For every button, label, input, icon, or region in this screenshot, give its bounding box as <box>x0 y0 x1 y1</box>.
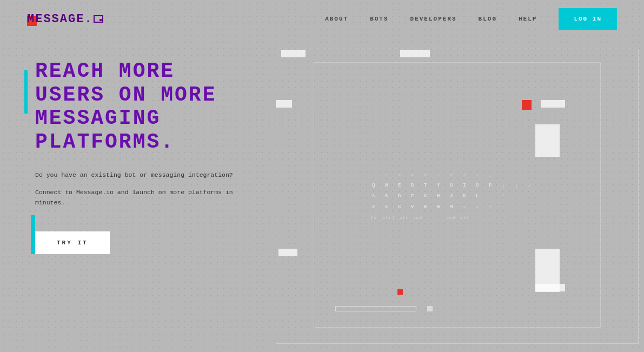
kb-row-num: ~ ! % & 8 / 9 J - _ ← <box>369 172 534 177</box>
kb-key-cmd-l: cmd <box>413 215 422 220</box>
kb-key-del: ← <box>499 172 508 177</box>
kb-key-l: L <box>473 193 482 198</box>
kb-key-5: / <box>434 172 443 177</box>
login-button[interactable]: LOG IN <box>559 8 617 30</box>
kb-key-tilde: ~ <box>369 172 378 177</box>
logo-icon <box>94 15 103 23</box>
deco-rect-7 <box>535 124 560 157</box>
kb-key-e: E <box>395 182 404 188</box>
spacebar-indicator <box>335 306 416 311</box>
kb-key-comma: < <box>460 204 469 209</box>
kb-key-x: X <box>382 204 391 209</box>
nav-about[interactable]: ABOUT <box>325 16 348 22</box>
kb-row-bottom: fn ctrl alt cmd cmd alt ← ↓ → <box>369 215 534 220</box>
kb-key-v: V <box>408 204 417 209</box>
kb-key-t: T <box>421 182 430 188</box>
kb-key-ctrl: ctrl <box>382 215 395 220</box>
kb-key-4: 8 <box>421 172 430 177</box>
keyboard-illustration: ~ ! % & 8 / 9 J - _ ← Q W E R T Y U <box>369 172 534 220</box>
kb-key-period: > <box>473 204 482 209</box>
kb-key-9: _ <box>486 172 495 177</box>
kb-key-7: J <box>460 172 469 177</box>
red-accent-mid <box>522 100 532 110</box>
kb-key-j: J <box>447 193 456 198</box>
nav-help[interactable]: HELP <box>519 16 537 22</box>
kb-key-c: C <box>395 204 404 209</box>
kb-key-s: S <box>382 193 391 198</box>
deco-rect-2 <box>281 50 306 57</box>
kb-key-p: P <box>486 182 495 188</box>
spacebar-marker <box>427 306 433 311</box>
red-accent-bot <box>397 289 403 295</box>
kb-key-a: A <box>369 193 378 198</box>
kb-key-g: G <box>421 193 430 198</box>
kb-key-r: R <box>408 182 417 188</box>
kb-key-left: ← <box>474 215 482 220</box>
hero-headline: REACH MORE USERS ON MORE MESSAGING PLATF… <box>35 59 249 154</box>
kb-key-i: I <box>460 182 469 188</box>
kb-key-quote: " <box>499 194 508 198</box>
kb-key-h: H <box>434 193 443 198</box>
nav-developers[interactable]: DEVELOPERS <box>410 16 457 22</box>
deco-rect-4 <box>541 100 565 108</box>
logo[interactable]: MESSAGE. <box>27 12 103 26</box>
kb-key-shift-r: ↑ <box>499 204 508 209</box>
kb-key-y: Y <box>434 182 443 188</box>
kb-key-right: → <box>500 215 508 220</box>
try-it-button[interactable]: TRY IT <box>35 231 110 254</box>
kb-key-fn: fn <box>369 215 378 220</box>
kb-key-u: U <box>447 182 456 188</box>
kb-key-3: & <box>408 172 417 177</box>
kb-key-z: Z <box>369 204 378 209</box>
kb-key-b: B <box>421 204 430 209</box>
deco-rect-8 <box>535 249 560 292</box>
nav-links: ABOUT BOTS DEVELOPERS BLOG HELP LOG IN <box>325 8 617 30</box>
kb-key-n: N <box>434 204 443 209</box>
logo-dot: . <box>84 12 92 26</box>
kb-key-8: - <box>473 172 482 177</box>
hero-subtext2: Connect to Message.io and launch on more… <box>35 188 241 208</box>
kb-key-down: ↓ <box>487 215 495 220</box>
cyan-accent-bar <box>24 70 28 114</box>
kb-key-alt-l: alt <box>400 215 409 220</box>
kb-key-rbrace: } <box>512 183 521 188</box>
kb-row-q: Q W E R T Y U I O P { } ↵ <box>369 182 534 188</box>
hero-left: REACH MORE USERS ON MORE MESSAGING PLATF… <box>0 38 276 352</box>
kb-key-w: W <box>382 182 391 188</box>
nav-bots[interactable]: BOTS <box>370 16 388 22</box>
cta-wrapper: TRY IT <box>35 215 110 254</box>
deco-rect-5 <box>278 249 297 256</box>
kb-key-cmd-r: cmd <box>446 215 455 220</box>
hero-subtext1: Do you have an existing bot or messaging… <box>35 170 241 180</box>
navigation: MESSAGE. ABOUT BOTS DEVELOPERS BLOG HELP… <box>0 0 644 38</box>
kb-key-q: Q <box>369 182 378 188</box>
kb-key-k: K <box>460 193 469 198</box>
kb-row-z: Z X C V B N M < > ? ↑ <box>369 204 534 209</box>
kb-key-6: 9 <box>447 172 456 177</box>
deco-rect-3 <box>276 100 292 108</box>
kb-key-2: % <box>395 172 404 177</box>
nav-blog[interactable]: BLOG <box>479 16 497 22</box>
hero-right: ~ ! % & 8 / 9 J - _ ← Q W E R T Y U <box>276 38 644 352</box>
kb-key-lbrace: { <box>499 183 508 188</box>
kb-key-slash: ? <box>486 204 495 209</box>
kb-key-enter-sym: ↵ <box>525 183 534 188</box>
kb-key-semi: ; <box>486 194 495 198</box>
main-content: REACH MORE USERS ON MORE MESSAGING PLATF… <box>0 38 644 352</box>
kb-row-a: A S D F G H J K L ; " <box>369 193 534 198</box>
kb-key-d: D <box>395 193 404 198</box>
kb-key-1: ! <box>382 172 391 177</box>
kb-key-f: F <box>408 193 417 198</box>
deco-rect-1 <box>400 50 430 57</box>
kb-key-alt-r: alt <box>460 215 469 220</box>
kb-key-o: O <box>473 182 482 188</box>
kb-key-m: M <box>447 204 456 209</box>
